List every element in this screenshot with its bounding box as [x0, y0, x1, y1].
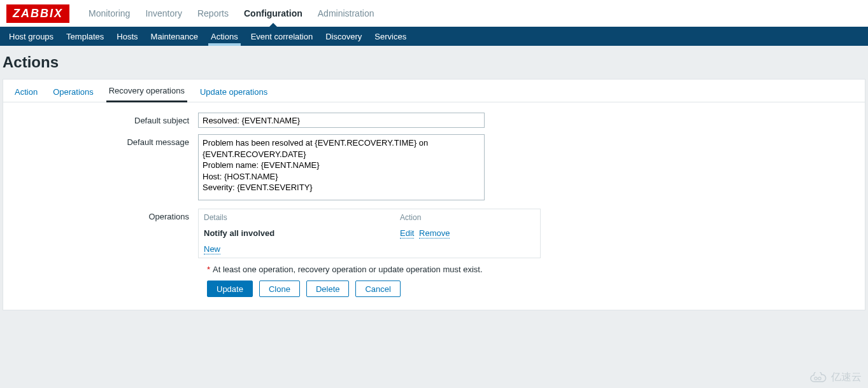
- row-default-subject: Default subject: [16, 113, 852, 128]
- remove-link[interactable]: Remove: [419, 228, 450, 239]
- clone-button[interactable]: Clone: [259, 281, 300, 297]
- operations-header: Details Action: [199, 209, 540, 226]
- required-star-icon: *: [207, 265, 210, 274]
- tab-update-operations[interactable]: Update operations: [197, 82, 270, 102]
- new-operation-link[interactable]: New: [204, 244, 220, 254]
- col-header-action: Action: [400, 213, 535, 222]
- subnav-services[interactable]: Services: [368, 27, 413, 46]
- subnav-host-groups[interactable]: Host groups: [3, 27, 60, 46]
- required-note: *At least one operation, recovery operat…: [207, 265, 852, 274]
- subnav-discovery[interactable]: Discovery: [319, 27, 368, 46]
- tabs: Action Operations Recovery operations Up…: [3, 80, 865, 102]
- label-default-subject: Default subject: [16, 113, 198, 128]
- logo: ZABBIX: [6, 4, 69, 23]
- required-text: At least one operation, recovery operati…: [213, 265, 482, 274]
- subnav-actions[interactable]: Actions: [204, 27, 245, 46]
- subnav-templates[interactable]: Templates: [60, 27, 110, 46]
- content-panel: Action Operations Recovery operations Up…: [3, 79, 865, 310]
- nav-administration[interactable]: Administration: [310, 0, 382, 27]
- nav-inventory[interactable]: Inventory: [138, 0, 190, 27]
- button-row: Update Clone Delete Cancel: [207, 281, 852, 297]
- page-header: Actions: [0, 46, 868, 79]
- cancel-button[interactable]: Cancel: [355, 281, 400, 297]
- operations-table: Details Action Notify all involved Edit …: [198, 209, 541, 258]
- tab-recovery-operations[interactable]: Recovery operations: [106, 81, 187, 102]
- nav-reports[interactable]: Reports: [190, 0, 236, 27]
- nav-monitoring[interactable]: Monitoring: [81, 0, 138, 27]
- tab-action[interactable]: Action: [12, 82, 40, 102]
- edit-link[interactable]: Edit: [400, 228, 414, 239]
- update-button[interactable]: Update: [207, 281, 253, 297]
- tab-operations[interactable]: Operations: [50, 82, 96, 102]
- subnav-maintenance[interactable]: Maintenance: [145, 27, 204, 46]
- row-default-message: Default message: [16, 134, 852, 202]
- top-nav: ZABBIX Monitoring Inventory Reports Conf…: [0, 0, 868, 27]
- col-header-details: Details: [204, 213, 400, 222]
- table-row: Notify all involved Edit Remove: [199, 226, 540, 240]
- nav-configuration[interactable]: Configuration: [236, 0, 310, 27]
- label-operations: Operations: [16, 209, 198, 258]
- operation-details: Notify all involved: [204, 228, 400, 238]
- subnav-hosts[interactable]: Hosts: [110, 27, 144, 46]
- delete-button[interactable]: Delete: [306, 281, 350, 297]
- page-title: Actions: [3, 53, 860, 71]
- subnav-event-correlation[interactable]: Event correlation: [245, 27, 320, 46]
- sub-nav: Host groups Templates Hosts Maintenance …: [0, 27, 868, 46]
- form-body: Default subject Default message Operatio…: [3, 102, 865, 310]
- textarea-default-message[interactable]: [198, 134, 485, 200]
- label-default-message: Default message: [16, 134, 198, 202]
- row-operations: Operations Details Action Notify all inv…: [16, 209, 852, 258]
- input-default-subject[interactable]: [198, 113, 485, 128]
